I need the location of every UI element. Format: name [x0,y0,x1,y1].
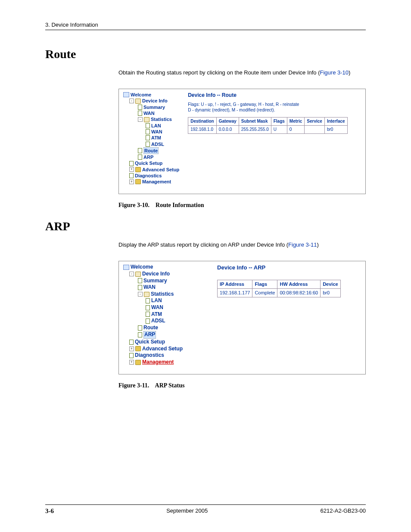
nav-tree-route: Welcome -Device Info Summary WAN -Statis… [123,92,179,185]
collapse-icon[interactable]: - [129,99,134,103]
nav-quick-setup[interactable]: Quick Setup [135,339,165,346]
folder-open-icon [135,272,141,277]
route-body-pre: Obtain the Routing status report by clic… [118,69,320,76]
arp-body-post: ) [317,241,319,248]
section-heading-arp: ARP [45,220,366,233]
doc-icon [138,155,142,160]
nav-device-info[interactable]: Device Info [142,98,168,104]
th-ip: IP Address [218,280,252,288]
section-heading-route: Route [45,47,366,61]
footer-rule [45,504,366,505]
th-flags: Flags [271,117,287,125]
doc-icon [146,129,150,134]
nav-welcome[interactable]: Welcome [131,92,151,98]
nav-diagnostics[interactable]: Diagnostics [135,352,164,359]
figure-3-10-screenshot: Welcome -Device Info Summary WAN -Statis… [118,89,366,194]
th-device: Device [321,280,340,288]
expand-icon[interactable]: + [129,360,134,365]
route-body: Obtain the Routing status report by clic… [118,69,366,209]
doc-icon [138,278,142,283]
nav-summary[interactable]: Summary [143,278,167,285]
doc-icon [138,325,142,331]
nav-wan[interactable]: WAN [143,284,156,291]
nav-welcome[interactable]: Welcome [131,264,153,271]
welcome-icon [123,265,129,270]
nav-advanced-setup[interactable]: Advanced Setup [142,346,183,353]
folder-open-icon [135,99,141,104]
nav-diagnostics[interactable]: Diagnostics [135,173,162,179]
folder-icon [135,346,141,351]
nav-device-info[interactable]: Device Info [142,271,170,278]
nav-route-selected[interactable]: Route [143,147,159,154]
nav-management[interactable]: Management [142,179,171,185]
figure-3-10-caption: Figure 3-10. Route Information [118,201,366,210]
expand-icon[interactable]: + [129,167,134,172]
nav-tree-arp: Welcome -Device Info Summary WAN -Statis… [123,264,183,365]
expand-icon[interactable]: + [129,179,134,184]
arp-table: IP Address Flags HW Address Device 192.1… [217,280,341,298]
nav-wan2[interactable]: WAN [151,304,163,311]
nav-arp[interactable]: ARP [143,154,153,160]
nav-management[interactable]: Management [142,359,174,366]
nav-statistics[interactable]: Statistics [151,291,174,298]
expand-icon[interactable]: + [129,346,134,351]
welcome-icon [123,92,129,97]
nav-atm[interactable]: ATM [151,135,161,141]
figure-link-3-11[interactable]: Figure 3-11 [288,241,317,248]
page-footer: 3-6 September 2005 6212-A2-GB23-00 [45,504,366,515]
folder-open-icon [144,292,149,297]
route-panel-title: Device Info -- Route [188,92,361,99]
th-destination: Destination [188,117,216,125]
figure-link-3-10[interactable]: Figure 3-10 [320,69,349,76]
doc-icon [138,332,142,337]
doc-icon [138,285,142,290]
doc-icon [129,173,134,178]
collapse-icon[interactable]: - [138,292,143,297]
th-metric: Metric [287,117,304,125]
nav-wan[interactable]: WAN [143,110,155,116]
nav-statistics[interactable]: Statistics [151,116,172,122]
route-content: Device Info -- Route Flags: U - up, ! - … [188,92,361,185]
route-flags-note: Flags: U - up, ! - reject, G - gateway, … [188,102,361,113]
nav-atm[interactable]: ATM [151,311,162,318]
doc-icon [146,142,150,147]
folder-icon [135,167,141,172]
route-table: Destination Gateway Subnet Mask Flags Me… [188,117,347,134]
doc-icon [146,123,150,128]
nav-adsl[interactable]: ADSL [151,318,165,325]
nav-quick-setup[interactable]: Quick Setup [135,160,162,166]
figure-3-11-caption: Figure 3-11. ARP Status [118,381,366,390]
arp-body-pre: Display the ARP status report by clickin… [118,241,288,248]
doc-icon [146,135,150,140]
page-header: 3. Device Information [45,22,366,28]
footer-doc-id: 6212-A2-GB23-00 [320,507,366,515]
figure-3-11-screenshot: Welcome -Device Info Summary WAN -Statis… [118,261,366,374]
nav-route[interactable]: Route [143,325,158,331]
th-subnet: Subnet Mask [239,117,271,125]
nav-wan2[interactable]: WAN [151,129,162,135]
arp-panel-title: Device Info -- ARP [217,264,361,272]
doc-icon [129,353,134,358]
th-service: Service [305,117,325,125]
th-interface: Interface [324,117,347,125]
footer-date: September 2005 [166,507,208,515]
doc-icon [146,298,150,303]
doc-icon [129,161,134,166]
folder-icon [135,360,141,365]
table-row: 192.168.1.0 0.0.0.0 255.255.255.0 U 0 br… [188,125,347,133]
page-number: 3-6 [45,507,54,515]
nav-arp-selected[interactable]: ARP [143,331,156,339]
doc-icon [146,312,150,317]
collapse-icon[interactable]: - [138,117,143,122]
doc-icon [138,105,142,110]
nav-adsl[interactable]: ADSL [151,141,164,147]
nav-lan[interactable]: LAN [151,297,162,304]
folder-open-icon [144,117,149,122]
arp-body: Display the ARP status report by clickin… [118,241,366,390]
nav-advanced-setup[interactable]: Advanced Setup [142,167,179,173]
th-hw: HW Address [277,280,321,288]
collapse-icon[interactable]: - [129,272,134,276]
nav-lan[interactable]: LAN [151,123,161,129]
arp-content: Device Info -- ARP IP Address Flags HW A… [191,264,361,365]
nav-summary[interactable]: Summary [143,104,165,110]
